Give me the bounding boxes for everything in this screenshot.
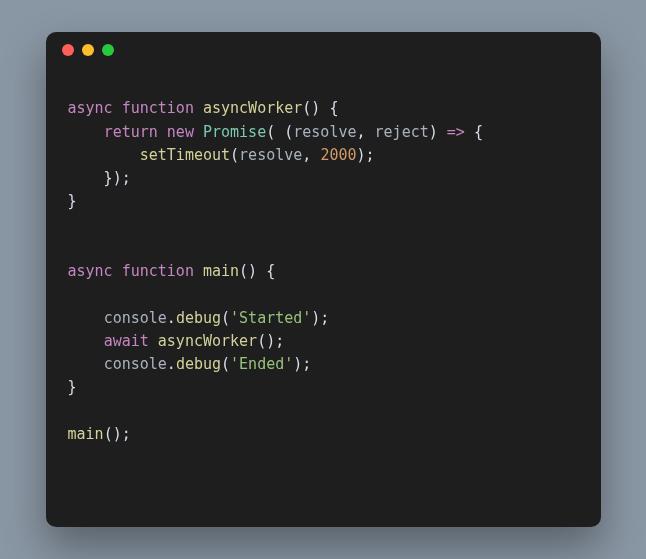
close-icon[interactable] xyxy=(62,44,74,56)
code-token xyxy=(194,123,203,141)
code-token: function xyxy=(122,99,194,117)
code-token: 'Started' xyxy=(230,309,311,327)
code-token: () { xyxy=(239,262,275,280)
code-token xyxy=(68,355,104,373)
code-token: ( xyxy=(221,309,230,327)
code-line: } xyxy=(68,376,579,399)
code-token: async xyxy=(68,262,113,280)
code-block: async function asyncWorker() { return ne… xyxy=(46,68,601,468)
code-token: Promise xyxy=(203,123,266,141)
code-window: async function asyncWorker() { return ne… xyxy=(46,32,601,527)
code-token: (); xyxy=(104,425,131,443)
code-token xyxy=(194,262,203,280)
code-line xyxy=(68,74,579,97)
code-token: main xyxy=(68,425,104,443)
code-token: return xyxy=(104,123,158,141)
code-token xyxy=(68,146,140,164)
code-token: (); xyxy=(257,332,284,350)
code-token: resolve xyxy=(239,146,302,164)
code-line: setTimeout(resolve, 2000); xyxy=(68,144,579,167)
code-line xyxy=(68,283,579,306)
code-line: }); xyxy=(68,167,579,190)
code-line xyxy=(68,400,579,423)
code-token xyxy=(68,332,104,350)
code-line xyxy=(68,237,579,260)
code-line: main(); xyxy=(68,423,579,446)
code-token: , xyxy=(302,146,320,164)
code-token: asyncWorker xyxy=(203,99,302,117)
code-line: return new Promise( (resolve, reject) =>… xyxy=(68,121,579,144)
code-token xyxy=(68,309,104,327)
code-line: console.debug('Started'); xyxy=(68,307,579,330)
zoom-icon[interactable] xyxy=(102,44,114,56)
code-line: async function main() { xyxy=(68,260,579,283)
code-token: ) xyxy=(429,123,447,141)
code-token: 'Ended' xyxy=(230,355,293,373)
code-token: console xyxy=(104,309,167,327)
code-token xyxy=(113,262,122,280)
code-token xyxy=(194,99,203,117)
code-token: => xyxy=(447,123,465,141)
code-token xyxy=(113,99,122,117)
code-token: function xyxy=(122,262,194,280)
code-token: reject xyxy=(375,123,429,141)
code-token: () { xyxy=(302,99,338,117)
code-line: console.debug('Ended'); xyxy=(68,353,579,376)
code-token: ( ( xyxy=(266,123,293,141)
code-token: asyncWorker xyxy=(158,332,257,350)
code-token: new xyxy=(167,123,194,141)
minimize-icon[interactable] xyxy=(82,44,94,56)
code-token: async xyxy=(68,99,113,117)
code-line: } xyxy=(68,190,579,213)
code-line xyxy=(68,214,579,237)
window-titlebar xyxy=(46,32,601,68)
code-token: ( xyxy=(221,355,230,373)
code-token: debug xyxy=(176,355,221,373)
code-token: setTimeout xyxy=(140,146,230,164)
code-token: main xyxy=(203,262,239,280)
code-token: ); xyxy=(357,146,375,164)
code-line: await asyncWorker(); xyxy=(68,330,579,353)
code-token: } xyxy=(68,378,77,396)
code-token: resolve xyxy=(293,123,356,141)
code-token: , xyxy=(357,123,375,141)
code-token: }); xyxy=(68,169,131,187)
code-token: ); xyxy=(293,355,311,373)
code-line: async function asyncWorker() { xyxy=(68,97,579,120)
code-token xyxy=(149,332,158,350)
code-token xyxy=(158,123,167,141)
code-token: { xyxy=(465,123,483,141)
code-token: console xyxy=(104,355,167,373)
code-token xyxy=(68,123,104,141)
code-token: } xyxy=(68,192,77,210)
code-token: 2000 xyxy=(320,146,356,164)
code-token: . xyxy=(167,355,176,373)
code-token: ( xyxy=(230,146,239,164)
code-token: debug xyxy=(176,309,221,327)
code-token: await xyxy=(104,332,149,350)
code-token: ); xyxy=(311,309,329,327)
code-token: . xyxy=(167,309,176,327)
